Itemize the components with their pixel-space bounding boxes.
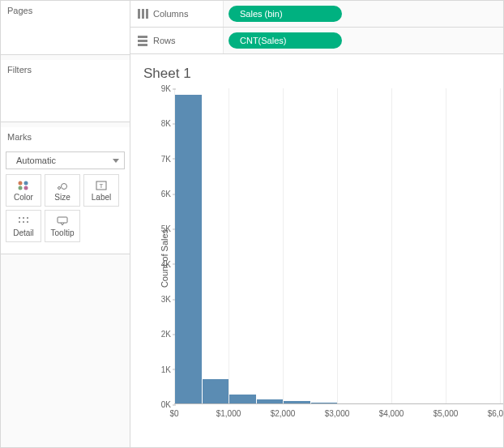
y-tick-label: 7K bbox=[152, 154, 171, 163]
svg-point-5 bbox=[19, 186, 23, 190]
pages-card: Pages bbox=[1, 1, 130, 55]
columns-shelf[interactable]: Columns Sales (bin) bbox=[130, 1, 503, 28]
size-icon bbox=[56, 180, 69, 191]
svg-point-11 bbox=[19, 217, 20, 219]
marks-size-button[interactable]: Size bbox=[45, 174, 80, 207]
color-label: Color bbox=[14, 193, 33, 202]
x-tick-label: $2,000 bbox=[271, 409, 296, 418]
marks-detail-button[interactable]: Detail bbox=[6, 210, 41, 242]
svg-point-3 bbox=[19, 181, 23, 185]
chart: Count of Sales 0K1K2K3K4K5K6K7K8K9K $0$1… bbox=[174, 88, 503, 429]
svg-rect-18 bbox=[138, 9, 140, 19]
chevron-down-icon bbox=[113, 159, 119, 163]
sidebar: Pages Filters Marks Automatic bbox=[1, 1, 130, 447]
filters-card: Filters bbox=[1, 60, 130, 122]
sheet-title[interactable]: Sheet 1 bbox=[130, 64, 503, 88]
color-icon bbox=[17, 180, 30, 191]
svg-rect-22 bbox=[138, 40, 147, 42]
columns-text: Columns bbox=[153, 9, 188, 19]
x-tick-label: $0 bbox=[169, 409, 178, 418]
rows-pill-label: CNT(Sales) bbox=[240, 36, 286, 45]
tooltip-icon bbox=[56, 215, 69, 227]
rows-shelf-label: Rows bbox=[130, 28, 224, 53]
y-tick-label: 2K bbox=[152, 330, 171, 339]
y-tick-label: 4K bbox=[152, 259, 171, 268]
columns-shelf-label: Columns bbox=[130, 1, 224, 27]
gridline-v bbox=[283, 88, 284, 403]
columns-shelf-content[interactable]: Sales (bin) bbox=[224, 1, 503, 27]
y-tick-label: 9K bbox=[152, 84, 171, 93]
bar[interactable] bbox=[284, 401, 310, 403]
gridline-v bbox=[446, 88, 446, 403]
bar[interactable] bbox=[203, 379, 229, 403]
viz-area: Sheet 1 Count of Sales 0K1K2K3K4K5K6K7K8… bbox=[130, 54, 503, 447]
plot-area[interactable]: 0K1K2K3K4K5K6K7K8K9K bbox=[174, 88, 503, 404]
y-tick-label: 5K bbox=[152, 224, 171, 233]
y-tick-label: 8K bbox=[152, 119, 171, 128]
main: Columns Sales (bin) Rows CNT(Sales) Shee… bbox=[130, 1, 503, 447]
label-icon: T bbox=[95, 180, 108, 191]
gridline-v bbox=[337, 88, 338, 403]
y-tick-label: 6K bbox=[152, 190, 171, 198]
marks-tooltip-button[interactable]: Tooltip bbox=[45, 210, 80, 242]
rows-text: Rows bbox=[153, 36, 176, 45]
gridline-v bbox=[391, 88, 392, 403]
marks-title: Marks bbox=[1, 127, 130, 147]
gridline-v bbox=[229, 88, 229, 403]
bar[interactable] bbox=[311, 403, 338, 403]
size-label: Size bbox=[54, 193, 70, 202]
gridline-v bbox=[500, 88, 501, 403]
bar[interactable] bbox=[175, 95, 202, 403]
label-label: Label bbox=[92, 193, 111, 202]
svg-point-8 bbox=[62, 183, 67, 189]
svg-point-12 bbox=[23, 217, 24, 219]
rows-pill[interactable]: CNT(Sales) bbox=[229, 32, 342, 49]
mark-type-label: Automatic bbox=[16, 156, 56, 165]
svg-point-14 bbox=[19, 221, 20, 223]
y-tick-label: 1K bbox=[152, 365, 171, 373]
svg-point-4 bbox=[24, 181, 28, 185]
filters-title: Filters bbox=[1, 60, 130, 79]
tooltip-label: Tooltip bbox=[51, 228, 75, 237]
x-tick-label: $6,000 bbox=[488, 409, 503, 418]
columns-pill-label: Sales (bin) bbox=[240, 9, 283, 19]
svg-rect-20 bbox=[146, 9, 148, 19]
marks-label-button[interactable]: T Label bbox=[83, 174, 119, 207]
svg-text:T: T bbox=[100, 182, 104, 190]
sidebar-empty bbox=[1, 254, 130, 447]
marks-color-button[interactable]: Color bbox=[6, 174, 41, 207]
svg-point-16 bbox=[27, 221, 28, 223]
y-axis-label: Count of Sales bbox=[160, 229, 169, 288]
svg-rect-21 bbox=[138, 36, 147, 38]
x-tick-label: $4,000 bbox=[379, 409, 404, 418]
svg-point-13 bbox=[27, 217, 28, 219]
svg-point-6 bbox=[24, 186, 28, 190]
svg-rect-19 bbox=[142, 9, 144, 19]
x-tick-label: $1,000 bbox=[216, 409, 241, 418]
rows-shelf-content[interactable]: CNT(Sales) bbox=[224, 28, 503, 53]
x-tick-label: $5,000 bbox=[434, 409, 459, 418]
y-tick-label: 3K bbox=[152, 295, 171, 304]
svg-rect-17 bbox=[58, 217, 67, 223]
rows-shelf[interactable]: Rows CNT(Sales) bbox=[130, 28, 503, 54]
pages-title: Pages bbox=[1, 1, 130, 20]
marks-card: Marks Automatic bbox=[1, 127, 130, 254]
columns-pill[interactable]: Sales (bin) bbox=[229, 6, 342, 22]
rows-icon bbox=[137, 35, 148, 46]
detail-icon bbox=[17, 215, 30, 227]
svg-point-15 bbox=[23, 221, 24, 223]
bar[interactable] bbox=[229, 395, 256, 403]
detail-label: Detail bbox=[13, 228, 34, 237]
y-tick-label: 0K bbox=[152, 400, 171, 409]
svg-point-7 bbox=[58, 186, 61, 189]
app-root: Pages Filters Marks Automatic bbox=[0, 0, 504, 448]
mark-type-dropdown[interactable]: Automatic bbox=[6, 151, 125, 169]
svg-rect-23 bbox=[138, 44, 147, 46]
x-tick-label: $3,000 bbox=[325, 409, 350, 418]
columns-icon bbox=[137, 8, 148, 19]
bar[interactable] bbox=[257, 399, 284, 403]
marks-body: Automatic Color Size T Label bbox=[1, 147, 130, 254]
